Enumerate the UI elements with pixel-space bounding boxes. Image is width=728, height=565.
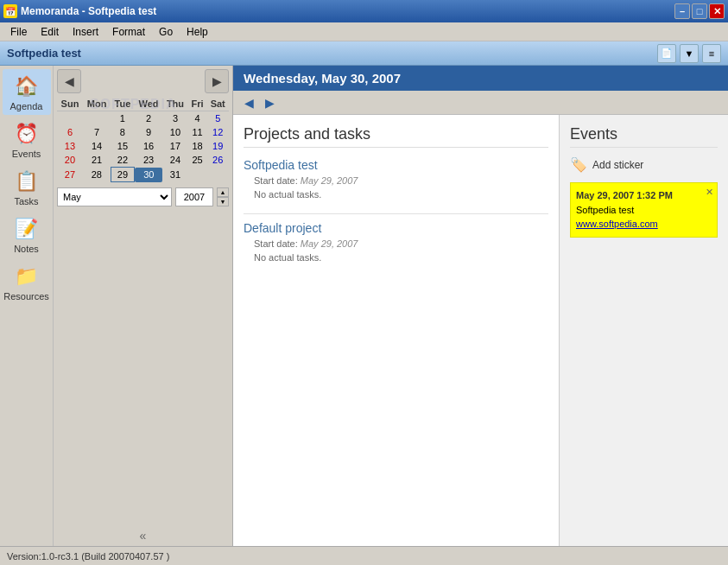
cal-day[interactable]: 30	[135, 168, 163, 182]
project-item-2: Default project Start date: May 29, 2007…	[244, 221, 548, 263]
menu-bar: File Edit Insert Format Go Help	[0, 22, 728, 41]
arrow-down-button[interactable]: ▼	[680, 44, 699, 63]
menu-file[interactable]: File	[3, 24, 34, 40]
notes-icon: 📝	[13, 215, 41, 243]
cal-day[interactable]: 24	[162, 153, 187, 168]
sticker-close-button[interactable]: ✕	[706, 185, 713, 200]
year-up-button[interactable]: ▲	[217, 187, 229, 197]
cal-day[interactable]: 5	[206, 111, 229, 126]
month-dropdown[interactable]: JanuaryFebruaryMarchAprilMayJuneJulyAugu…	[57, 187, 172, 206]
calendar-table: Sun Mon Tue Wed Thu Fri Sat 123456789101…	[57, 97, 229, 182]
calendar-next-button[interactable]: ▶	[205, 69, 229, 93]
cal-day[interactable]: 15	[111, 139, 135, 153]
project-item-1: Softpedia test Start date: May 29, 2007 …	[244, 158, 548, 200]
tasks-icon: 📋	[13, 168, 41, 195]
sidebar-item-events[interactable]: ⏰ Events	[3, 117, 51, 162]
app-header: Softpedia test 📄 ▼ ≡	[0, 41, 728, 66]
cal-day[interactable]: 27	[57, 168, 83, 182]
cal-day[interactable]: 22	[111, 153, 135, 168]
sidebar-item-resources[interactable]: 📁 Resources	[3, 259, 51, 305]
content-next-button[interactable]: ▶	[261, 94, 278, 111]
cal-day[interactable]: 3	[162, 111, 187, 126]
cal-day[interactable]: 7	[83, 125, 111, 139]
menu-extra-button[interactable]: ≡	[702, 44, 721, 63]
add-sticker-label: Add sticker	[592, 159, 643, 171]
events-title: Events	[570, 125, 718, 148]
minimize-button[interactable]: –	[674, 3, 690, 19]
cal-day[interactable]: 8	[111, 125, 135, 139]
year-input[interactable]	[175, 187, 213, 206]
cal-day[interactable]: 17	[162, 139, 187, 153]
cal-day[interactable]: 31	[162, 168, 187, 182]
calendar-prev-button[interactable]: ◀	[57, 69, 81, 93]
cal-day[interactable]: 18	[188, 139, 207, 153]
cal-day[interactable]: 19	[206, 139, 229, 153]
year-down-button[interactable]: ▼	[217, 197, 229, 206]
menu-insert[interactable]: Insert	[66, 24, 105, 40]
cal-day[interactable]: 10	[162, 125, 187, 139]
sticker-date: May 29, 2007 1:32 PM	[576, 188, 712, 203]
content-body: Projects and tasks Softpedia test Start …	[233, 115, 728, 546]
projects-section: Projects and tasks Softpedia test Start …	[233, 115, 560, 546]
cal-day	[57, 111, 83, 126]
cal-day[interactable]: 6	[57, 125, 83, 139]
menu-edit[interactable]: Edit	[34, 24, 66, 40]
sticker-add-icon: 🏷️	[570, 156, 587, 174]
project-name-2[interactable]: Default project	[244, 221, 548, 235]
sidebar-item-notes[interactable]: 📝 Notes	[3, 212, 51, 257]
maximize-button[interactable]: □	[692, 3, 707, 19]
cal-day[interactable]: 29	[111, 168, 135, 182]
cal-header-sat: Sat	[206, 97, 229, 111]
add-sticker-button[interactable]: 🏷️ Add sticker	[570, 156, 718, 174]
title-bar: 📅 Memoranda - Softpedia test – □ ✕	[0, 0, 728, 22]
project-tasks-1: No actual tasks.	[254, 189, 548, 200]
sidebar-item-agenda[interactable]: 🏠 Agenda	[3, 69, 51, 115]
menu-format[interactable]: Format	[105, 24, 152, 40]
cal-day[interactable]: 26	[206, 153, 229, 168]
project-start-2: Start date: May 29, 2007	[254, 238, 548, 249]
title-bar-text: Memoranda - Softpedia test	[21, 5, 156, 17]
sidebar-item-tasks[interactable]: 📋 Tasks	[3, 164, 51, 210]
cal-day[interactable]: 2	[135, 111, 163, 126]
cal-day[interactable]: 13	[57, 139, 83, 153]
cal-day[interactable]: 28	[83, 168, 111, 182]
project-start-date-2: May 29, 2007	[301, 238, 358, 249]
menu-go[interactable]: Go	[152, 24, 180, 40]
sticker-link[interactable]: www.softpedia.com	[576, 217, 712, 232]
sidebar: 🏠 Agenda ⏰ Events 📋 Tasks 📝 Notes 📁 Reso…	[0, 66, 54, 546]
cal-day[interactable]: 4	[188, 111, 207, 126]
sidebar-label-agenda: Agenda	[10, 101, 43, 111]
app-header-title: Softpedia test	[7, 47, 81, 60]
resources-icon: 📁	[13, 263, 41, 290]
cal-header-tue: Tue	[111, 97, 135, 111]
cal-day[interactable]: 11	[188, 125, 207, 139]
content-panel: Wednesday, May 30, 2007 ◀ ▶ Projects and…	[233, 66, 728, 546]
project-start-1: Start date: May 29, 2007	[254, 175, 548, 186]
cal-day[interactable]: 20	[57, 153, 83, 168]
cal-day[interactable]: 1	[111, 111, 135, 126]
project-name-1[interactable]: Softpedia test	[244, 158, 548, 172]
cal-day[interactable]: 21	[83, 153, 111, 168]
scroll-left-icon: «	[140, 529, 147, 543]
calendar-panel: ◀ SOFTPEDIA ▶ Sun Mon Tue Wed Thu Fri Sa…	[54, 66, 233, 546]
project-start-date-1: May 29, 2007	[301, 175, 358, 186]
cal-day[interactable]: 12	[206, 125, 229, 139]
cal-header-sun: Sun	[57, 97, 83, 111]
cal-day	[83, 111, 111, 126]
sticker-note: ✕ May 29, 2007 1:32 PM Softpedia test ww…	[570, 182, 718, 238]
cal-day[interactable]: 16	[135, 139, 163, 153]
app-icon: 📅	[3, 4, 17, 18]
content-nav-bar: ◀ ▶	[233, 91, 728, 115]
cal-day[interactable]: 25	[188, 153, 207, 168]
cal-day[interactable]: 14	[83, 139, 111, 153]
sticker-text-1: Softpedia test	[576, 203, 712, 218]
cal-day[interactable]: 9	[135, 125, 163, 139]
sidebar-label-resources: Resources	[3, 291, 49, 302]
status-text: Version:1.0-rc3.1 (Build 20070407.57 )	[7, 551, 169, 562]
content-prev-button[interactable]: ◀	[240, 94, 257, 111]
menu-help[interactable]: Help	[180, 24, 215, 40]
project-start-label-1: Start date:	[254, 175, 301, 186]
cal-day[interactable]: 23	[135, 153, 163, 168]
close-button[interactable]: ✕	[709, 3, 725, 19]
new-window-button[interactable]: 📄	[657, 44, 676, 63]
